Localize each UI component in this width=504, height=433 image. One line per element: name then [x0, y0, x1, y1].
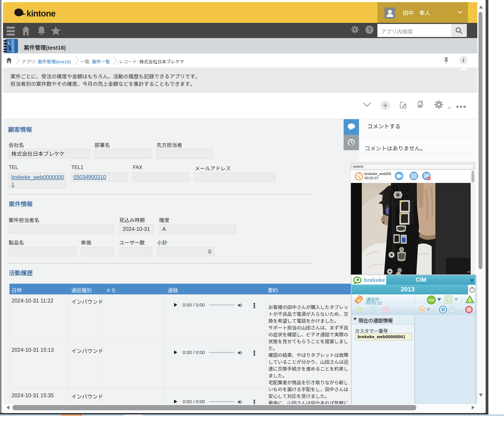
svg-text:ACD: ACD: [429, 299, 434, 302]
